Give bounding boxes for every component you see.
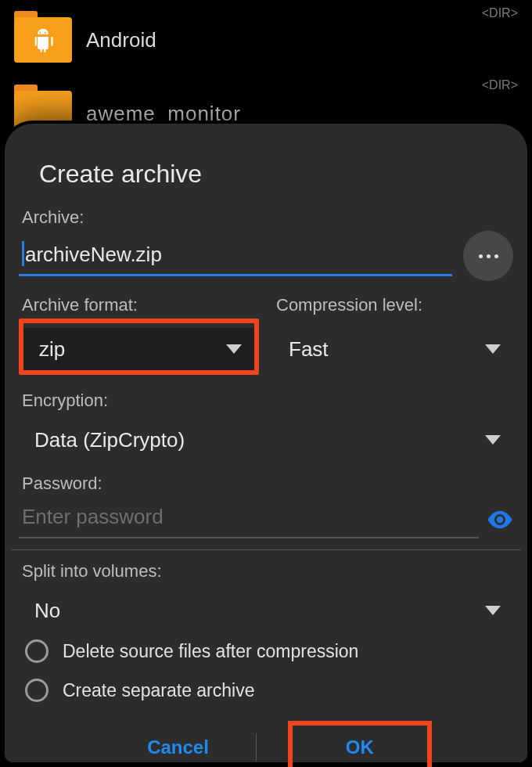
browse-button[interactable] [463, 231, 513, 281]
separate-archive-label: Create separate archive [63, 680, 254, 701]
cancel-button[interactable]: Cancel [100, 722, 256, 767]
archive-label: Archive: [19, 203, 513, 231]
chevron-down-icon [485, 344, 501, 354]
dialog-title: Create archive [11, 153, 521, 203]
encryption-select[interactable]: Data (ZipCrypto) [19, 419, 513, 461]
split-label: Split into volumes: [19, 556, 513, 585]
ok-button[interactable]: OK [330, 733, 390, 762]
password-label: Password: [19, 469, 513, 497]
chevron-down-icon [485, 606, 501, 615]
archive-name-value: archiveNew.zip [19, 236, 452, 276]
encryption-label: Encryption: [19, 386, 513, 414]
password-input[interactable]: Enter password [19, 500, 479, 538]
dir-tag: <DIR> [482, 6, 518, 20]
dir-tag: <DIR> [482, 78, 518, 92]
eye-icon[interactable] [487, 510, 513, 529]
radio-icon [25, 639, 49, 663]
split-value: No [34, 599, 60, 623]
ok-highlight: OK [288, 721, 432, 767]
archive-name-input[interactable]: archiveNew.zip [19, 236, 452, 276]
create-archive-dialog: Create archive Archive: archiveNew.zip A… [5, 124, 527, 762]
format-value: zip [39, 337, 65, 362]
file-name: Android [86, 28, 156, 52]
separate-archive-option[interactable]: Create separate archive [19, 671, 513, 710]
divider [256, 733, 257, 762]
delete-source-option[interactable]: Delete source files after compression [19, 632, 513, 671]
radio-icon [25, 679, 49, 702]
text-caret [22, 241, 24, 266]
file-row[interactable]: Android [0, 5, 532, 75]
encryption-value: Data (ZipCrypto) [34, 428, 185, 452]
format-highlight: zip [19, 319, 259, 375]
delete-source-label: Delete source files after compression [63, 641, 358, 662]
split-select[interactable]: No [19, 589, 513, 632]
password-placeholder: Enter password [22, 505, 164, 528]
compression-label: Compression level: [273, 290, 513, 319]
chevron-down-icon [485, 435, 501, 445]
divider [11, 549, 521, 550]
format-label: Archive format: [19, 290, 259, 319]
ellipsis-icon [479, 254, 498, 258]
compression-select[interactable]: Fast [273, 328, 513, 370]
folder-android-icon [14, 17, 72, 63]
file-name: aweme_monitor [86, 102, 241, 126]
chevron-down-icon [226, 344, 242, 354]
compression-value: Fast [289, 337, 329, 362]
format-select[interactable]: zip [23, 328, 254, 370]
